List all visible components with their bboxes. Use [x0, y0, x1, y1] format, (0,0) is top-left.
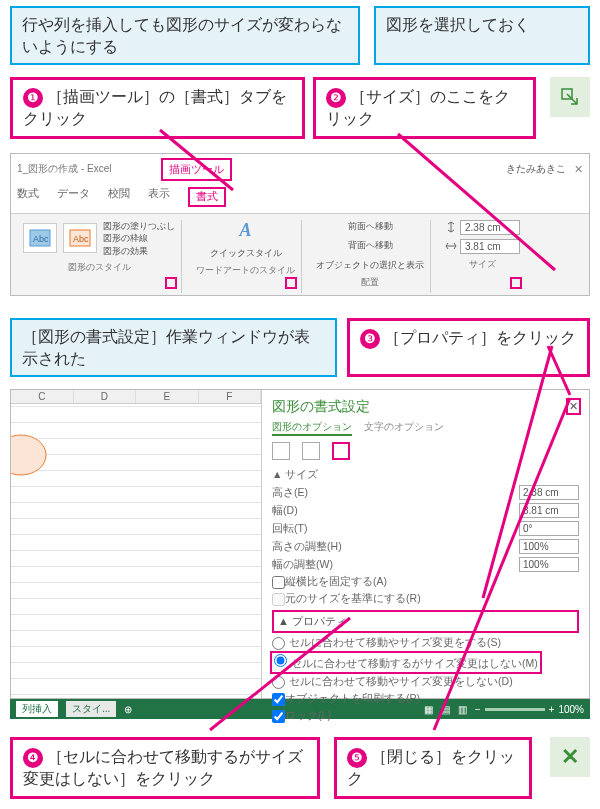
label-lock: ロック(L) [285, 709, 579, 723]
col-D[interactable]: D [74, 390, 137, 403]
step4-callout: ❹［セルに合わせて移動するがサイズ変更はしない］をクリック [10, 737, 320, 798]
step2-badge: ❷ [326, 88, 346, 108]
pane-tab-shape-options[interactable]: 図形のオプション [272, 420, 352, 436]
label-print-object: オブジェクトを印刷する(P) [285, 692, 579, 706]
step5-badge: ❺ [347, 748, 367, 768]
group-size: 2.38 cm 3.81 cm サイズ [439, 220, 526, 294]
check-lock-aspect[interactable] [272, 576, 285, 589]
input-rotate[interactable]: 0° [519, 521, 579, 536]
check-rel-original [272, 593, 285, 606]
bring-forward-btn[interactable]: 前面へ移動 [348, 220, 393, 234]
check-print-object[interactable] [272, 693, 285, 706]
step1-badge: ❶ [23, 88, 43, 108]
step4-text: ［セルに合わせて移動するがサイズ変更はしない］をクリック [23, 748, 303, 787]
wordart-launcher[interactable] [285, 277, 297, 289]
group-shape-style: Abc Abc 図形の塗りつぶし 図形の枠線 図形の効果 図形のスタイル [17, 220, 182, 294]
pane-icon-size-properties[interactable] [332, 442, 350, 460]
check-lock[interactable] [272, 710, 285, 723]
label-height: 高さ(E) [272, 486, 519, 500]
shape-on-sheet[interactable] [11, 430, 51, 480]
pane-tab-text-options[interactable]: 文字のオプション [364, 420, 444, 436]
label-hscale: 高さの調整(H) [272, 540, 519, 554]
label-rel-original: 元のサイズを基準にする(R) [285, 592, 579, 606]
callout-keep-shape-size: 行や列を挿入しても図形のサイズが変わらないようにする [10, 6, 360, 65]
dialog-launcher-icon [550, 77, 590, 117]
tab-view[interactable]: 表示 [148, 187, 170, 207]
svg-text:Abc: Abc [33, 234, 49, 244]
sheet-tab-1[interactable]: 列挿入 [16, 701, 58, 717]
callout-select-shape: 図形を選択しておく [374, 6, 590, 65]
pane-icon-effects[interactable] [302, 442, 320, 460]
step1-text: ［描画ツール］の［書式］タブをクリック [23, 88, 287, 127]
worksheet[interactable]: C D E F [11, 390, 262, 698]
pane-close-button[interactable]: ✕ [566, 398, 581, 415]
ribbon: 1_図形の作成 - Excel 描画ツール きたみあきこ ✕ 数式 データ 校閲… [10, 153, 590, 297]
shape-effects-btn[interactable]: 図形の効果 [103, 245, 175, 258]
label-wscale: 幅の調整(W) [272, 558, 519, 572]
label-nomove-nosize: セルに合わせて移動やサイズ変更をしない(D) [289, 675, 579, 689]
size-launcher[interactable] [510, 277, 522, 289]
label-lock-aspect: 縦横比を固定する(A) [285, 575, 579, 589]
step1-callout: ❶［描画ツール］の［書式］タブをクリック [10, 77, 305, 138]
svg-text:Abc: Abc [73, 234, 89, 244]
width-icon [445, 240, 457, 252]
label-move-size: セルに合わせて移動やサイズ変更をする(S) [289, 636, 579, 650]
add-sheet-icon[interactable]: ⊕ [124, 704, 132, 715]
send-backward-btn[interactable]: 背面へ移動 [348, 239, 393, 253]
label-rotate: 回転(T) [272, 522, 519, 536]
input-width[interactable]: 3.81 cm [519, 503, 579, 518]
pane-title: 図形の書式設定 [272, 398, 579, 416]
group-wordart: A クイックスタイル ワードアートのスタイル [190, 220, 302, 294]
style-thumb-1[interactable]: Abc [23, 223, 57, 253]
label-width: 幅(D) [272, 504, 519, 518]
step3-badge: ❸ [360, 329, 380, 349]
radio-move-size[interactable] [272, 637, 285, 650]
pane-icon-fill[interactable] [272, 442, 290, 460]
col-F[interactable]: F [199, 390, 262, 403]
style-thumb-2[interactable]: Abc [63, 223, 97, 253]
tab-formula[interactable]: 数式 [17, 187, 39, 207]
step4-badge: ❹ [23, 748, 43, 768]
section-properties[interactable]: ▲ プロパティ [272, 610, 579, 633]
step5-callout: ❺［閉じる］をクリック [334, 737, 532, 798]
radio-nomove-nosize[interactable] [272, 676, 285, 689]
height-icon [445, 221, 457, 233]
sheet-tab-2[interactable]: スタイ... [66, 701, 116, 717]
shape-height-input[interactable]: 2.38 cm [460, 220, 520, 235]
window-title: 1_図形の作成 - Excel [17, 162, 111, 176]
input-hscale[interactable]: 100% [519, 539, 579, 554]
format-shape-pane: 図形の書式設定 ✕ 図形のオプション 文字のオプション ▲ サイズ 高さ(E)2… [262, 390, 589, 698]
tab-data[interactable]: データ [57, 187, 90, 207]
section-size[interactable]: ▲ サイズ [272, 468, 579, 482]
selection-pane-btn[interactable]: オブジェクトの選択と表示 [316, 259, 424, 273]
close-icon[interactable]: ✕ [574, 163, 583, 175]
step2-callout: ❷［サイズ］のここをクリック [313, 77, 536, 138]
step3-text: ［プロパティ］をクリック [384, 329, 576, 346]
style-launcher[interactable] [165, 277, 177, 289]
contextual-tab-drawing-tools[interactable]: 描画ツール [161, 158, 232, 181]
shape-fill-btn[interactable]: 図形の塗りつぶし [103, 220, 175, 233]
input-height[interactable]: 2.38 cm [519, 485, 579, 500]
svg-point-5 [11, 435, 46, 475]
tab-review[interactable]: 校閲 [108, 187, 130, 207]
close-x-icon: ✕ [550, 737, 590, 777]
step5-text: ［閉じる］をクリック [347, 748, 515, 787]
shape-outline-btn[interactable]: 図形の枠線 [103, 232, 175, 245]
user-name: きたみあきこ [506, 162, 566, 176]
quick-style-btn[interactable]: クイックスタイル [210, 247, 282, 260]
ribbon-tabs: 数式 データ 校閲 表示 書式 [11, 185, 589, 213]
col-C[interactable]: C [11, 390, 74, 403]
radio-move-nosize[interactable] [274, 654, 287, 667]
input-wscale[interactable]: 100% [519, 557, 579, 572]
col-E[interactable]: E [136, 390, 199, 403]
shape-width-input[interactable]: 3.81 cm [460, 239, 520, 254]
group-arrange: 前面へ移動 背面へ移動 オブジェクトの選択と表示 配置 [310, 220, 431, 294]
callout-pane-shown: ［図形の書式設定］作業ウィンドウが表示された [10, 318, 337, 377]
tab-format[interactable]: 書式 [188, 187, 226, 207]
label-move-nosize: セルに合わせて移動するがサイズ変更はしない(M) [291, 657, 538, 669]
step3-callout: ❸［プロパティ］をクリック [347, 318, 590, 377]
step2-text: ［サイズ］のここをクリック [326, 88, 510, 127]
